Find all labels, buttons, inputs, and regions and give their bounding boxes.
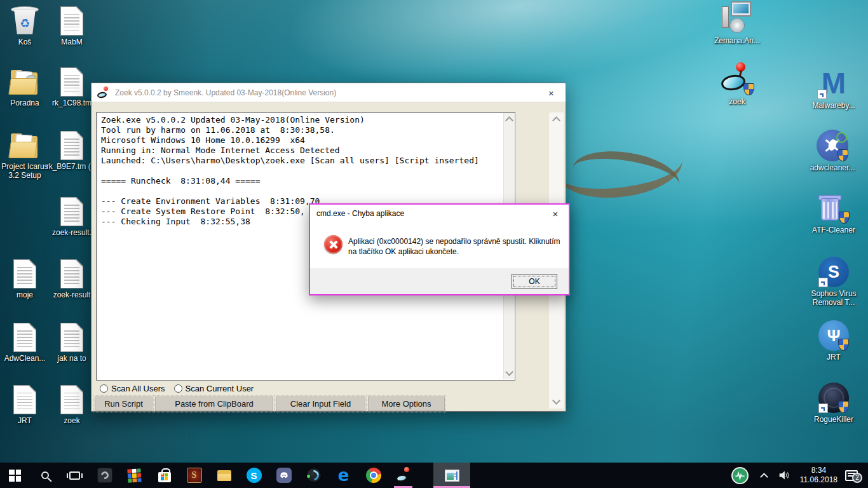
document-icon: [60, 6, 83, 36]
recycle-bin-icon: ♻: [10, 5, 39, 36]
taskbar-daemon-tools-button[interactable]: [299, 463, 329, 488]
document-icon: [13, 385, 36, 414]
desktop-icon-atf-cleaner[interactable]: ATF-Cleaner: [807, 192, 860, 234]
desktop-icon-poradna[interactable]: Poradna: [0, 65, 51, 107]
taskbar-store-button[interactable]: [149, 463, 179, 488]
desktop-icon-jrt-doc[interactable]: JRT: [0, 383, 51, 425]
icon-label: Malwareby...: [812, 101, 855, 110]
clear-input-button[interactable]: Clear Input Field: [276, 396, 365, 411]
discord-icon: [276, 468, 292, 483]
error-dialog-title: cmd.exe - Chyba aplikace: [316, 209, 404, 218]
document-icon: [60, 323, 83, 352]
volume-icon[interactable]: [777, 468, 791, 482]
atf-cleaner-icon: [818, 192, 850, 224]
sophos-icon: [818, 257, 849, 287]
console-line: [101, 166, 499, 176]
task-view-button[interactable]: [60, 463, 90, 488]
action-center-icon[interactable]: 2: [845, 470, 858, 481]
icon-label: jak na to: [57, 354, 86, 363]
radio-icon: [174, 384, 182, 393]
paste-clipboard-button[interactable]: Paste from ClipBoard: [155, 396, 273, 411]
taskbar-discord-button[interactable]: [269, 463, 299, 488]
tray-date: 11.06.2018: [800, 475, 837, 485]
desktop-icon-sophos[interactable]: Sophos Virus Removal T...: [807, 255, 860, 307]
rubiks-cube-icon: [127, 468, 141, 482]
zoek-magnifier-icon: [720, 62, 754, 95]
search-icon: [41, 471, 49, 479]
zoek-close-button[interactable]: ×: [537, 83, 566, 102]
window-app-icon: [445, 470, 459, 482]
folder-icon: [10, 70, 40, 97]
run-script-button[interactable]: Run Script: [95, 396, 153, 411]
health-monitor-tray-icon[interactable]: [731, 467, 749, 484]
shortcut-arrow-icon: [818, 403, 828, 413]
desktop-icon-roguekiller[interactable]: RogueKiller: [807, 381, 860, 424]
focus-outline: [513, 276, 555, 287]
taskbar-game-button[interactable]: [179, 463, 209, 488]
radio-scan-current-user[interactable]: Scan Current User: [174, 384, 254, 393]
error-icon: [324, 235, 342, 254]
taskbar-rubiks-cube-button[interactable]: [119, 463, 149, 488]
icon-label: zoek-result: [53, 290, 91, 299]
icon-label: zoek-result.: [52, 228, 92, 237]
icon-label: Koš: [18, 37, 32, 46]
console-line: Microsoft Windows 10 Home 10.0.16299 x64: [101, 135, 499, 146]
icon-label: moje: [17, 290, 33, 299]
icon-label: Project Icarus 3.2 Setup: [0, 162, 51, 180]
file-explorer-icon: [217, 470, 231, 481]
scroll-down-icon[interactable]: [505, 368, 513, 376]
desktop-icon-jrt-app[interactable]: JRT: [807, 319, 860, 362]
folder-icon: [10, 133, 40, 160]
radio-scan-all-users[interactable]: Scan All Users: [100, 384, 165, 393]
icon-label: MabM: [61, 37, 82, 46]
desktop-icon-adwcleaner[interactable]: adwcleaner...: [806, 130, 859, 172]
zoek-magnifier-icon: [395, 467, 412, 484]
close-icon: ×: [548, 88, 554, 98]
nvidia-icon: [97, 468, 112, 483]
taskbar-nvidia-button[interactable]: [90, 463, 119, 488]
taskbar-search-button[interactable]: [30, 463, 60, 488]
error-dialog-close-button[interactable]: ×: [543, 205, 567, 222]
desktop-icon-adwclean-doc[interactable]: AdwClean...: [0, 320, 51, 363]
taskbar-zoek-button[interactable]: [388, 463, 418, 488]
uac-shield-icon: [838, 401, 849, 413]
document-icon: [60, 67, 83, 97]
taskbar-chrome-button[interactable]: [358, 463, 388, 488]
desktop-icon-mabm[interactable]: MabM: [45, 4, 98, 46]
chrome-icon: [366, 468, 381, 483]
desktop-icon-zemana[interactable]: Zemana.An...: [710, 3, 764, 45]
shortcut-arrow-icon: [818, 278, 828, 287]
tray-expand-icon[interactable]: [760, 473, 768, 481]
jrt-icon: [818, 320, 849, 351]
icon-label: rk_1C98.tm: [52, 98, 92, 107]
scroll-up-icon[interactable]: [552, 116, 560, 125]
tray-time: 8:34: [800, 466, 837, 475]
console-line: ===== Runcheck 8:31:08,44 =====: [101, 176, 499, 186]
desktop-icon-project-icarus[interactable]: Project Icarus 3.2 Setup: [0, 128, 51, 180]
taskbar: 8:34 11.06.2018 2: [0, 463, 868, 488]
desktop-icon-moje[interactable]: moje: [0, 257, 51, 299]
icon-label: Sophos Virus Removal T...: [807, 289, 860, 307]
taskbar-file-explorer-button[interactable]: [209, 463, 239, 488]
ok-button[interactable]: OK: [512, 274, 557, 289]
more-options-button[interactable]: More Options: [368, 396, 445, 411]
document-icon: [60, 259, 83, 288]
scroll-up-icon[interactable]: [505, 116, 513, 125]
document-icon: [60, 385, 83, 414]
document-icon: [13, 323, 36, 352]
scroll-down-icon[interactable]: [552, 396, 560, 405]
start-button[interactable]: [0, 463, 30, 488]
desktop-icon-recycle-bin[interactable]: ♻ Koš: [0, 4, 51, 46]
desktop-icon-malwarebytes[interactable]: Malwareby...: [807, 67, 860, 110]
radio-label: Scan All Users: [111, 384, 165, 393]
malwarebytes-icon: [817, 67, 850, 99]
taskbar-active-window-button[interactable]: [433, 463, 470, 488]
taskbar-skype-button[interactable]: [239, 463, 269, 488]
installer-icon: [721, 1, 754, 34]
desktop-icon-zoek-app[interactable]: zoek: [710, 64, 764, 106]
taskbar-edge-button[interactable]: [329, 463, 358, 488]
microsoft-store-icon: [158, 472, 171, 482]
roguekiller-icon: [818, 383, 849, 413]
close-icon: ×: [553, 208, 559, 219]
clock[interactable]: 8:34 11.06.2018: [800, 466, 837, 485]
